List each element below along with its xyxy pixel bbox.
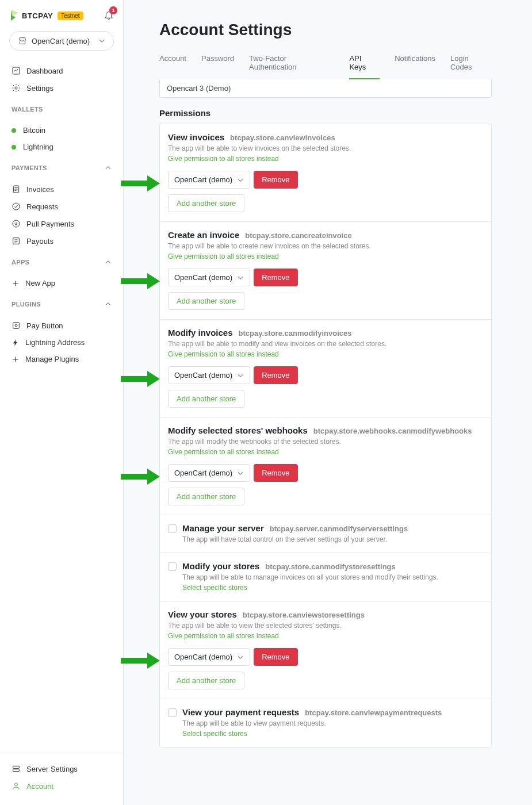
add-store-button[interactable]: Add another store xyxy=(168,672,244,689)
permission-code: btcpay.server.canmodifyserversettings xyxy=(270,524,408,533)
chevron-down-icon xyxy=(237,177,244,183)
store-selector-label: OpenCart (demo) xyxy=(32,37,90,45)
permission-code: btcpay.store.canmodifyinvoices xyxy=(239,329,352,338)
page-title: Account Settings xyxy=(159,21,492,39)
plus-icon xyxy=(12,355,20,363)
nav-requests[interactable]: Requests xyxy=(9,198,114,215)
tab-apikeys[interactable]: API Keys xyxy=(349,52,380,79)
permission-checkbox[interactable] xyxy=(168,562,177,571)
give-all-stores-link[interactable]: Give permission to all stores instead xyxy=(168,252,483,260)
add-store-button[interactable]: Add another store xyxy=(168,488,244,505)
store-dropdown[interactable]: OpenCart (demo) xyxy=(168,171,250,189)
status-dot-icon xyxy=(12,145,16,150)
invoice-icon xyxy=(12,185,21,194)
nav-new-app[interactable]: New App xyxy=(9,275,114,292)
requests-icon xyxy=(12,202,21,211)
give-all-stores-link[interactable]: Give permission to all stores instead xyxy=(168,448,483,456)
permission-title: Modify your stores xyxy=(182,561,259,571)
nav-lightning-address[interactable]: Lightning Address xyxy=(9,334,114,351)
pull-icon xyxy=(12,219,21,228)
arrow-annotation-icon xyxy=(120,369,161,389)
nav-pay-button[interactable]: Pay Button xyxy=(9,317,114,334)
permission-code: btcpay.store.canviewstoresettings xyxy=(243,611,365,619)
tab-account[interactable]: Account xyxy=(159,52,186,79)
permission-block: View invoices btcpay.store.canviewinvoic… xyxy=(160,124,491,222)
notifications-button[interactable]: 1 xyxy=(104,10,114,22)
nav-settings[interactable]: Settings xyxy=(9,79,114,97)
select-specific-stores-link[interactable]: Select specific stores xyxy=(182,584,483,592)
store-dropdown[interactable]: OpenCart (demo) xyxy=(168,648,250,666)
permission-block: View your payment requests btcpay.store.… xyxy=(160,699,491,747)
chevron-up-icon[interactable] xyxy=(105,164,112,171)
arrow-annotation-icon xyxy=(120,174,161,193)
give-all-stores-link[interactable]: Give permission to all stores instead xyxy=(168,350,483,358)
section-wallets: WALLETS xyxy=(0,97,123,115)
remove-button[interactable]: Remove xyxy=(254,648,297,666)
nav-account[interactable]: Account xyxy=(9,777,114,795)
remove-button[interactable]: Remove xyxy=(254,464,297,482)
permission-code: btcpay.store.canmodifystoresettings xyxy=(265,562,396,571)
tab-twofa[interactable]: Two-Factor Authentication xyxy=(249,52,334,79)
permission-title: Modify invoices xyxy=(168,328,233,338)
store-dropdown[interactable]: OpenCart (demo) xyxy=(168,269,250,286)
api-key-name-input[interactable]: Opencart 3 (Demo) xyxy=(159,79,492,98)
select-specific-stores-link[interactable]: Select specific stores xyxy=(182,730,483,738)
permissions-heading: Permissions xyxy=(159,108,492,118)
chevron-up-icon[interactable] xyxy=(105,301,112,308)
store-dropdown[interactable]: OpenCart (demo) xyxy=(168,366,250,384)
arrow-annotation-icon xyxy=(120,651,161,670)
permission-block: Manage your server btcpay.server.canmodi… xyxy=(160,515,491,553)
permission-description: The app will be able to view invoices on… xyxy=(168,144,483,152)
nav-manage-plugins[interactable]: Manage Plugins xyxy=(9,351,114,367)
nav-pull-payments[interactable]: Pull Payments xyxy=(9,215,114,232)
section-payments: PAYMENTS xyxy=(0,155,123,174)
nav-dashboard[interactable]: Dashboard xyxy=(9,62,114,79)
permission-code: btcpay.store.cancreateinvoice xyxy=(245,231,351,240)
dashboard-icon xyxy=(12,66,21,75)
server-icon xyxy=(12,764,21,773)
remove-button[interactable]: Remove xyxy=(254,171,297,189)
permission-description: The app will be able to view the selecte… xyxy=(168,622,483,630)
tab-logincodes[interactable]: Login Codes xyxy=(450,52,492,79)
permission-description: The app will have total control on the s… xyxy=(182,535,483,543)
nav-invoices[interactable]: Invoices xyxy=(9,181,114,198)
testnet-badge: Testnet xyxy=(58,12,83,20)
btcpay-logo-icon xyxy=(9,9,20,22)
permission-checkbox[interactable] xyxy=(168,524,177,533)
nav-payouts[interactable]: Payouts xyxy=(9,232,114,250)
pay-button-icon xyxy=(12,321,21,330)
permission-title: Manage your server xyxy=(182,523,264,533)
nav-server-settings[interactable]: Server Settings xyxy=(9,760,114,777)
permission-code: btcpay.store.canviewpaymentrequests xyxy=(305,708,442,717)
gear-icon xyxy=(12,83,21,93)
permission-block: Create an invoice btcpay.store.cancreate… xyxy=(160,222,491,320)
store-dropdown[interactable]: OpenCart (demo) xyxy=(168,464,250,482)
give-all-stores-link[interactable]: Give permission to all stores instead xyxy=(168,632,483,640)
section-apps: APPS xyxy=(0,250,123,268)
store-selector[interactable]: OpenCart (demo) xyxy=(9,31,114,51)
remove-button[interactable]: Remove xyxy=(254,269,297,286)
brand[interactable]: BTCPAY Testnet xyxy=(9,9,83,22)
arrow-annotation-icon xyxy=(120,271,161,291)
tab-notifications[interactable]: Notifications xyxy=(395,52,435,79)
permission-checkbox[interactable] xyxy=(168,708,177,717)
bolt-icon xyxy=(12,339,20,347)
add-store-button[interactable]: Add another store xyxy=(168,194,244,212)
add-store-button[interactable]: Add another store xyxy=(168,390,244,408)
add-store-button[interactable]: Add another store xyxy=(168,292,244,310)
remove-button[interactable]: Remove xyxy=(254,366,297,384)
chevron-down-icon xyxy=(237,274,244,281)
sidebar: BTCPAY Testnet 1 OpenCart (demo) Dashboa… xyxy=(0,0,124,805)
nav-lightning[interactable]: Lightning xyxy=(9,139,114,155)
permission-title: Create an invoice xyxy=(168,230,239,240)
permission-description: The app will be able to create new invoi… xyxy=(168,242,483,250)
nav-bitcoin[interactable]: Bitcoin xyxy=(9,122,114,139)
give-all-stores-link[interactable]: Give permission to all stores instead xyxy=(168,155,483,163)
tab-password[interactable]: Password xyxy=(201,52,234,79)
permission-title: Modify selected stores' webhooks xyxy=(168,425,308,435)
permission-code: btcpay.store.webhooks.canmodifywebhooks xyxy=(313,427,472,435)
store-dropdown-label: OpenCart (demo) xyxy=(174,175,232,184)
main: Account Settings Account Password Two-Fa… xyxy=(124,0,532,805)
chevron-up-icon[interactable] xyxy=(105,259,112,266)
chevron-down-icon xyxy=(237,372,244,379)
